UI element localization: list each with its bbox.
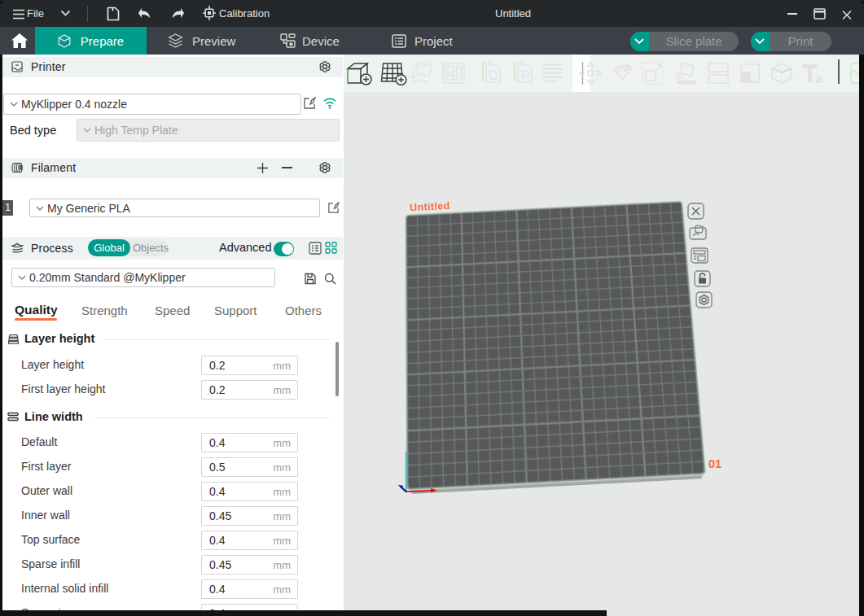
- svg-text:AUTO: AUTO: [412, 63, 426, 68]
- svg-text:a: a: [815, 71, 823, 85]
